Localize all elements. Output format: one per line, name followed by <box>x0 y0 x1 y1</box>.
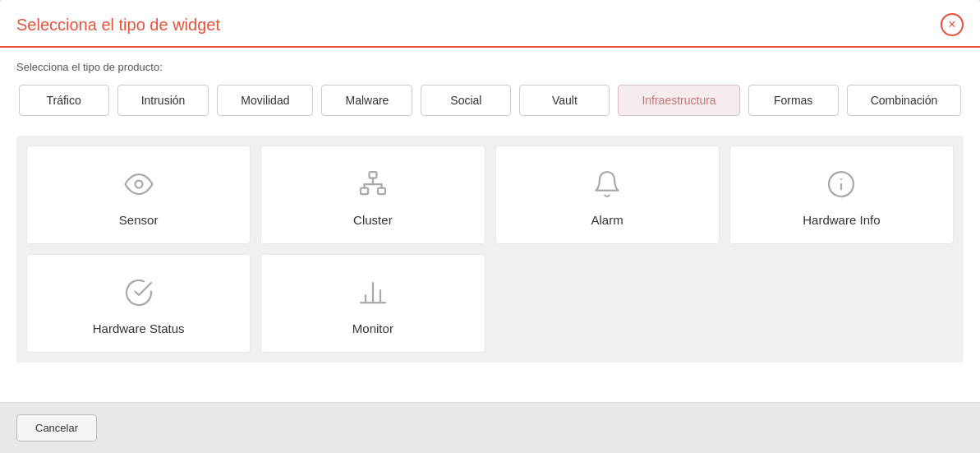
widget-label-hardware-status: Hardware Status <box>93 321 185 335</box>
info-icon <box>826 169 856 203</box>
type-btn-movilidad[interactable]: Movilidad <box>217 85 313 116</box>
type-btn-social[interactable]: Social <box>421 85 511 116</box>
product-type-label: Selecciona el tipo de producto: <box>16 61 964 73</box>
type-btn-trafico[interactable]: Tráfico <box>19 85 109 116</box>
type-btn-malware[interactable]: Malware <box>321 85 412 116</box>
widget-label-alarm: Alarm <box>591 213 623 227</box>
product-type-buttons: Tráfico Intrusión Movilidad Malware Soci… <box>16 85 964 116</box>
widget-label-monitor: Monitor <box>352 321 393 335</box>
widget-card-alarm[interactable]: Alarm <box>495 146 720 244</box>
type-btn-combinacion[interactable]: Combinación <box>847 85 962 116</box>
modal-footer: Cancelar <box>0 402 980 453</box>
widget-grid: Sensor Cluster <box>16 136 964 363</box>
close-button[interactable]: × <box>941 13 964 36</box>
svg-point-0 <box>135 181 142 188</box>
modal-body: Selecciona el tipo de producto: Tráfico … <box>0 48 980 402</box>
type-btn-formas[interactable]: Formas <box>748 85 839 116</box>
cancel-button[interactable]: Cancelar <box>16 414 97 441</box>
widget-label-sensor: Sensor <box>119 213 159 227</box>
widget-card-cluster[interactable]: Cluster <box>260 146 485 244</box>
modal: Selecciona el tipo de widget × Seleccion… <box>0 0 980 453</box>
widget-card-sensor[interactable]: Sensor <box>26 146 251 244</box>
type-btn-vault[interactable]: Vault <box>519 85 610 116</box>
modal-header: Selecciona el tipo de widget × <box>0 0 980 48</box>
check-circle-icon <box>124 278 154 312</box>
modal-title: Selecciona el tipo de widget <box>16 16 220 35</box>
widget-label-hardware-info: Hardware Info <box>803 213 880 227</box>
widget-label-cluster: Cluster <box>353 213 393 227</box>
type-btn-intrusion[interactable]: Intrusión <box>117 85 209 116</box>
widget-card-hardware-status[interactable]: Hardware Status <box>26 254 251 353</box>
bell-icon <box>592 169 622 203</box>
type-btn-infraestructura[interactable]: Infraestructura <box>618 85 739 116</box>
widget-card-monitor[interactable]: Monitor <box>260 254 485 353</box>
bar-chart-icon <box>358 278 388 312</box>
widget-card-hardware-info[interactable]: Hardware Info <box>729 146 954 244</box>
cluster-icon <box>358 169 388 203</box>
eye-icon <box>124 169 154 203</box>
